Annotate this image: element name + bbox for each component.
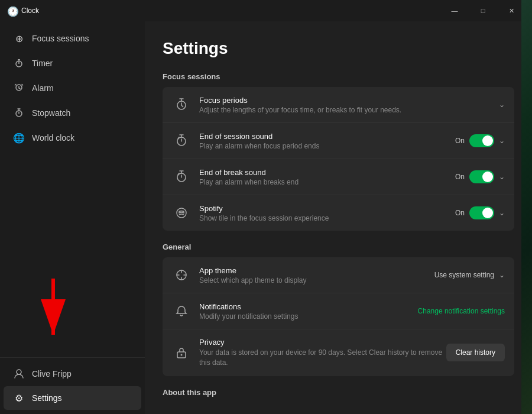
svg-point-6 xyxy=(17,370,21,374)
section-focus-sessions-label: Focus sessions xyxy=(163,72,514,81)
end-break-toggle[interactable] xyxy=(469,170,494,183)
spotify-subtitle: Show tile in the focus session experienc… xyxy=(199,214,455,222)
sidebar-item-focus-sessions[interactable]: ⊕ Focus sessions xyxy=(4,27,141,50)
focus-periods-row[interactable]: Focus periods Adjust the lengths of your… xyxy=(163,87,514,123)
sidebar-item-label: Focus sessions xyxy=(32,34,89,43)
chevron-icon: ⌄ xyxy=(499,209,505,217)
privacy-control[interactable]: Clear history xyxy=(446,344,505,361)
sidebar-item-user[interactable]: Clive Fripp xyxy=(4,362,141,386)
end-break-text: End of break sound Play an alarm when br… xyxy=(199,168,455,186)
spotify-title: Spotify xyxy=(199,204,455,213)
privacy-text-block: Privacy Your data is stored on your devi… xyxy=(199,338,446,368)
title-bar: 🕐 Clock — □ ✕ xyxy=(0,0,532,21)
end-break-subtitle: Play an alarm when breaks end xyxy=(199,178,455,186)
chevron-icon: ⌄ xyxy=(499,173,505,181)
sidebar-item-stopwatch[interactable]: Stopwatch xyxy=(4,101,141,125)
focus-periods-control: ⌄ xyxy=(499,101,505,109)
sidebar: ⊕ Focus sessions Timer Alarm Stopwatch 🌐… xyxy=(0,21,145,414)
spotify-control[interactable]: On ⌄ xyxy=(455,206,505,219)
end-break-on-label: On xyxy=(455,173,465,181)
maximize-button[interactable]: □ xyxy=(469,2,497,20)
notifications-control[interactable]: Change notification settings xyxy=(418,307,505,315)
end-session-icon xyxy=(172,131,191,150)
spotify-toggle[interactable] xyxy=(469,206,494,219)
general-card: App theme Select which app theme to disp… xyxy=(163,257,514,376)
minimize-button[interactable]: — xyxy=(441,2,468,20)
focus-periods-subtitle: Adjust the lengths of your focus time, o… xyxy=(199,106,499,114)
notifications-title: Notifications xyxy=(199,302,418,311)
end-session-toggle[interactable] xyxy=(469,134,494,147)
user-name: Clive Fripp xyxy=(32,369,72,379)
spotify-text: Spotify Show tile in the focus session e… xyxy=(199,204,455,222)
app-theme-row[interactable]: App theme Select which app theme to disp… xyxy=(163,257,514,293)
end-session-text: End of session sound Play an alarm when … xyxy=(199,132,455,150)
privacy-subtitle: Your data is stored on your device for 9… xyxy=(199,348,446,368)
end-session-control[interactable]: On ⌄ xyxy=(455,134,505,147)
focus-sessions-icon: ⊕ xyxy=(13,33,25,44)
end-session-subtitle: Play an alarm when focus period ends xyxy=(199,142,455,150)
chevron-icon: ⌄ xyxy=(499,101,505,109)
app-theme-control[interactable]: Use system setting ⌄ xyxy=(434,271,505,279)
title-bar-title: Clock xyxy=(21,7,441,15)
sidebar-item-settings[interactable]: ⚙ Settings xyxy=(4,386,141,410)
world-clock-icon: 🌐 xyxy=(13,132,25,144)
focus-periods-icon xyxy=(172,95,191,114)
end-break-sound-row[interactable]: End of break sound Play an alarm when br… xyxy=(163,159,514,195)
privacy-icon xyxy=(172,343,191,362)
timer-icon xyxy=(13,57,25,69)
privacy-title: Privacy xyxy=(199,338,446,347)
end-break-control[interactable]: On ⌄ xyxy=(455,170,505,183)
notifications-row[interactable]: Notifications Modify your notification s… xyxy=(163,293,514,329)
sidebar-item-timer[interactable]: Timer xyxy=(4,51,141,75)
stopwatch-icon xyxy=(13,107,25,119)
section-about-label: About this app xyxy=(163,388,514,397)
sidebar-bottom: Clive Fripp ⚙ Settings xyxy=(0,357,145,414)
sidebar-item-label: Settings xyxy=(32,393,62,403)
spotify-icon xyxy=(172,203,191,222)
svg-rect-1 xyxy=(18,59,20,60)
end-break-icon xyxy=(172,167,191,186)
section-general-label: General xyxy=(163,242,514,251)
focus-periods-title: Focus periods xyxy=(199,96,499,105)
app-theme-subtitle: Select which app theme to display xyxy=(199,276,434,284)
sidebar-item-label: Stopwatch xyxy=(32,108,70,118)
end-session-on-label: On xyxy=(455,137,465,145)
change-notifications-link[interactable]: Change notification settings xyxy=(418,307,505,315)
privacy-row[interactable]: Privacy Your data is stored on your devi… xyxy=(163,329,514,376)
sidebar-item-label: Alarm xyxy=(32,83,54,93)
app-theme-text: App theme Select which app theme to disp… xyxy=(199,266,434,284)
sidebar-item-label: World clock xyxy=(32,133,74,143)
spotify-row[interactable]: Spotify Show tile in the focus session e… xyxy=(163,195,514,231)
app-theme-value: Use system setting xyxy=(434,271,494,279)
svg-point-15 xyxy=(181,354,183,356)
window-controls: — □ ✕ xyxy=(441,2,525,20)
settings-icon: ⚙ xyxy=(13,392,25,404)
notifications-icon xyxy=(172,302,191,321)
svg-point-12 xyxy=(177,208,186,218)
clear-history-button[interactable]: Clear history xyxy=(446,344,505,361)
focus-periods-text: Focus periods Adjust the lengths of your… xyxy=(199,96,499,114)
end-session-sound-row[interactable]: End of session sound Play an alarm when … xyxy=(163,123,514,159)
app-body: ⊕ Focus sessions Timer Alarm Stopwatch 🌐… xyxy=(0,21,532,414)
end-session-title: End of session sound xyxy=(199,132,455,141)
chevron-icon: ⌄ xyxy=(499,271,505,279)
main-content: Settings Focus sessions Focus periods Ad… xyxy=(145,21,532,414)
focus-sessions-card: Focus periods Adjust the lengths of your… xyxy=(163,87,514,231)
sidebar-item-label: Timer xyxy=(32,59,53,68)
notifications-subtitle: Modify your notification settings xyxy=(199,312,418,321)
sidebar-item-world-clock[interactable]: 🌐 World clock xyxy=(4,126,141,150)
notifications-text: Notifications Modify your notification s… xyxy=(199,302,418,321)
page-title: Settings xyxy=(163,39,514,58)
alarm-icon xyxy=(13,82,25,94)
chevron-icon: ⌄ xyxy=(499,137,505,145)
app-theme-title: App theme xyxy=(199,266,434,275)
end-break-title: End of break sound xyxy=(199,168,455,177)
sidebar-item-alarm[interactable]: Alarm xyxy=(4,76,141,100)
spotify-on-label: On xyxy=(455,209,465,217)
app-theme-icon xyxy=(172,266,191,284)
app-icon: 🕐 xyxy=(7,6,17,15)
user-icon xyxy=(13,368,25,380)
